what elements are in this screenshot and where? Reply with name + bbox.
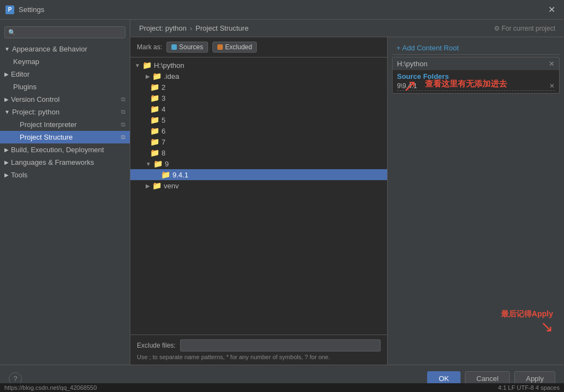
help-label: ? [13, 374, 17, 383]
apply-label: Apply [526, 374, 544, 383]
copy-icon: ⧉ [121, 96, 125, 103]
url-bar: https://blog.csdn.net/qq_42068550 4:1 LF… [0, 383, 564, 392]
tree-item-hpython[interactable]: ▼ 📁 H:\python [130, 60, 387, 71]
folder-icon: 📁 [150, 105, 159, 113]
tree-item-idea[interactable]: ▶ 📁 .idea [130, 71, 387, 82]
tree-item-2[interactable]: 📁 2 [130, 82, 387, 93]
excluded-button[interactable]: Excluded [212, 42, 257, 53]
exclude-hint: Use ; to separate name patterns, * for a… [137, 354, 381, 360]
sidebar-item-build-execution[interactable]: ▶ Build, Execution, Deployment [0, 143, 130, 156]
tree-item-label: 2 [162, 83, 165, 91]
sidebar-item-label: Appearance & Behavior [12, 45, 87, 53]
search-icon: 🔍 [8, 29, 16, 36]
folder-icon: 📁 [152, 181, 162, 190]
tree-item-6[interactable]: 📁 6 [130, 125, 387, 136]
sidebar-item-editor[interactable]: ▶ Editor [0, 68, 130, 80]
search-input[interactable] [18, 28, 122, 36]
sources-button[interactable]: Sources [166, 42, 208, 53]
mark-as-bar: Mark as: Sources Excluded [130, 37, 387, 57]
close-button[interactable]: ✕ [545, 3, 559, 16]
source-folder-remove-icon[interactable]: ✕ [549, 82, 555, 90]
folder-icon: 📁 [142, 61, 152, 70]
add-content-root-label: + Add Content Root [396, 44, 459, 52]
sidebar: 🔍 ▼ Appearance & Behavior Keymap ▶ Edito… [0, 20, 130, 365]
folder-icon: 📁 [150, 137, 159, 146]
sidebar-item-label: Project: python [12, 108, 60, 116]
exclude-files-input[interactable] [180, 339, 381, 351]
tree-item-label: H:\python [154, 61, 185, 70]
sidebar-item-project-interpreter[interactable]: Project Interpreter ⧉ [0, 118, 130, 131]
sources-label: Sources [179, 43, 203, 51]
tree-item-5[interactable]: 📁 5 [130, 114, 387, 125]
expand-arrow: ▼ [4, 109, 10, 115]
tree-item-label: .idea [164, 72, 179, 80]
sidebar-item-appearance-behavior[interactable]: ▼ Appearance & Behavior [0, 43, 130, 55]
tree-item-label: 7 [162, 138, 165, 146]
breadcrumb-sep: › [190, 24, 192, 32]
tree-item-3[interactable]: 📁 3 [130, 93, 387, 103]
tree-item-9[interactable]: ▼ 📁 9 [130, 158, 387, 169]
sidebar-item-languages-frameworks[interactable]: ▶ Languages & Frameworks [0, 156, 130, 169]
tree-item-4[interactable]: 📁 4 [130, 103, 387, 114]
folder-icon: 📁 [150, 83, 159, 91]
breadcrumb-project: Project: python [139, 24, 187, 32]
breadcrumb: Project: python › Project Structure ⚙ Fo… [130, 20, 564, 37]
sidebar-item-label: Languages & Frameworks [11, 158, 94, 166]
tree-expand-arrow: ▶ [146, 73, 150, 79]
copy-icon: ⧉ [121, 108, 125, 116]
right-panel-container: + Add Content Root H:\python ✕ Source Fo… [388, 37, 564, 365]
excluded-dot [217, 44, 223, 50]
content-root-title: H:\python [397, 60, 428, 68]
sidebar-item-keymap[interactable]: Keymap [0, 55, 130, 68]
tree-expand-arrow: ▼ [135, 62, 140, 68]
tree-item-label: 6 [162, 127, 165, 135]
url-text: https://blog.csdn.net/qq_42068550 [4, 384, 97, 391]
expand-arrow: ▼ [4, 46, 10, 52]
tree-item-label: 4 [162, 105, 165, 113]
tree-item-7[interactable]: 📁 7 [130, 136, 387, 147]
main-layout: 🔍 ▼ Appearance & Behavior Keymap ▶ Edito… [0, 20, 564, 365]
copy-icon: ⧉ [121, 121, 125, 128]
tree-item-941[interactable]: 📁 9.4.1 [130, 169, 387, 180]
folder-sources-icon: 📁 [161, 170, 170, 179]
tree-expand-arrow: ▼ [146, 161, 151, 167]
add-content-root-button[interactable]: + Add Content Root [392, 42, 560, 55]
tree-item-label: 8 [162, 149, 165, 157]
file-tree-area: Mark as: Sources Excluded [130, 37, 388, 365]
sources-dot [171, 44, 177, 50]
sidebar-item-project-structure[interactable]: Project Structure ⧉ [0, 131, 130, 143]
sidebar-item-version-control[interactable]: ▶ Version Control ⧉ [0, 93, 130, 106]
expand-arrow: ▶ [4, 71, 9, 77]
title-bar: P Settings ✕ [0, 0, 564, 20]
tree-item-8[interactable]: 📁 8 [130, 147, 387, 158]
folder-icon: 📁 [153, 159, 163, 168]
sidebar-item-tools[interactable]: ▶ Tools [0, 169, 130, 181]
sidebar-item-label: Editor [11, 70, 30, 78]
exclude-files-label: Exclude files: [137, 342, 176, 349]
content-root-close-icon[interactable]: ✕ [549, 60, 555, 68]
sidebar-item-label: Project Structure [20, 133, 73, 141]
for-current-project: ⚙ For current project [494, 25, 555, 32]
mark-as-label: Mark as: [137, 43, 162, 51]
sidebar-item-label: Project Interpreter [20, 120, 77, 129]
search-box[interactable]: 🔍 [4, 26, 125, 38]
expand-arrow: ▶ [4, 96, 9, 102]
breadcrumb-current: Project Structure [195, 24, 249, 32]
sidebar-item-label: Version Control [11, 95, 60, 103]
project-content: Mark as: Sources Excluded [130, 37, 564, 365]
cancel-label: Cancel [476, 374, 498, 383]
tree-expand-arrow: ▶ [146, 183, 150, 189]
sidebar-item-project-python[interactable]: ▼ Project: python ⧉ [0, 106, 130, 118]
sidebar-item-plugins[interactable]: Plugins [0, 80, 130, 93]
expand-arrow: ▶ [4, 147, 9, 153]
folder-icon: 📁 [150, 94, 159, 102]
tree-item-venv[interactable]: ▶ 📁 venv [130, 180, 387, 191]
tree-item-label: 5 [162, 116, 165, 124]
annotation-arrow-icon: ↗ [403, 76, 417, 95]
tree-item-label: 3 [162, 94, 165, 102]
tree-item-label: 9.4.1 [172, 171, 188, 179]
file-tree: ▼ 📁 H:\python ▶ 📁 .idea 📁 [130, 57, 387, 335]
app-icon: P [5, 5, 14, 14]
folder-icon: 📁 [150, 126, 159, 135]
sidebar-item-label: Tools [11, 171, 27, 179]
